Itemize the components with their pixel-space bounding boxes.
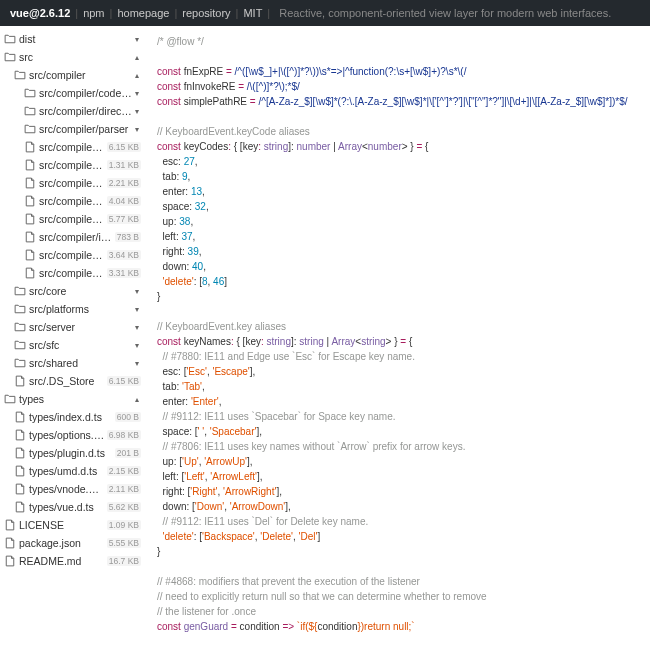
token-pun: { xyxy=(406,336,412,347)
folder-src-shared[interactable]: src/shared▾ xyxy=(0,354,145,372)
file-package-json[interactable]: package.json5.55 KB xyxy=(0,534,145,552)
token-kw: = xyxy=(226,66,235,77)
file-src-compiler-to-fun-[interactable]: src/compiler/to-fun...3.31 KB xyxy=(0,264,145,282)
token-pun: right: [ xyxy=(157,486,190,497)
token-pun: esc: [ xyxy=(157,366,186,377)
file-types-vue-d-ts[interactable]: types/vue.d.ts5.62 KB xyxy=(0,498,145,516)
caret-icon: ▾ xyxy=(133,341,141,350)
token-pun: right: xyxy=(157,246,188,257)
file-types-umd-d-ts[interactable]: types/umd.d.ts2.15 KB xyxy=(0,462,145,480)
tree-label: src/compiler/codefr... xyxy=(39,159,105,171)
folder-types[interactable]: types▴ xyxy=(0,390,145,408)
token-str: 'Down' xyxy=(195,501,224,512)
folder-src-server[interactable]: src/server▾ xyxy=(0,318,145,336)
token-kw: const xyxy=(157,66,181,77)
file-tree[interactable]: dist▾src▴src/compiler▴src/compiler/codeg… xyxy=(0,26,145,651)
folder-src-core[interactable]: src/core▾ xyxy=(0,282,145,300)
package-name[interactable]: vue@2.6.12 xyxy=(10,7,70,19)
caret-icon: ▴ xyxy=(133,53,141,62)
token-pun: { [ xyxy=(234,141,243,152)
file-icon xyxy=(24,249,36,261)
token-fn: Array xyxy=(338,141,362,152)
tree-label: types xyxy=(19,393,133,405)
token-pun: condition xyxy=(317,621,357,632)
token-pun: fnExpRE xyxy=(181,66,226,77)
token-fn: string xyxy=(361,336,385,347)
token-pun: space: [ xyxy=(157,426,198,437)
token-str: 'ArrowDown' xyxy=(230,501,286,512)
file-size: 1.31 KB xyxy=(107,160,141,170)
caret-icon: ▾ xyxy=(133,359,141,368)
file-src-compiler-optimi-[interactable]: src/compiler/optimi...3.64 KB xyxy=(0,246,145,264)
file-README-md[interactable]: README.md16.7 KB xyxy=(0,552,145,570)
tree-label: src/compiler/index.js xyxy=(39,231,113,243)
topbar-link-npm[interactable]: npm xyxy=(83,7,104,19)
file-src-compiler-DS_S-[interactable]: src/compiler/.DS_S...6.15 KB xyxy=(0,138,145,156)
file-icon xyxy=(24,159,36,171)
token-str: 'Spacebar' xyxy=(210,426,257,437)
token-num: 39 xyxy=(188,246,199,257)
caret-icon: ▾ xyxy=(133,125,141,134)
token-pun: ], xyxy=(285,501,291,512)
token-num: 46 xyxy=(213,276,224,287)
token-pun: ], xyxy=(250,366,256,377)
token-com: // KeyboardEvent.key aliases xyxy=(157,321,286,332)
token-pun: ] xyxy=(224,276,227,287)
caret-icon: ▾ xyxy=(133,287,141,296)
token-reg: /^[A-Za-z_$][\w$]*(?:\.[A-Za-z_$][\w$]*|… xyxy=(258,96,627,107)
token-fn: genGuard xyxy=(184,621,228,632)
token-fn: string xyxy=(267,336,291,347)
file-types-vnode-d-ts[interactable]: types/vnode.d.ts2.11 KB xyxy=(0,480,145,498)
token-com: /* @flow */ xyxy=(157,36,204,47)
tree-label: types/index.d.ts xyxy=(29,411,113,423)
caret-icon: ▾ xyxy=(133,35,141,44)
token-pun: , xyxy=(188,171,191,182)
file-src-DS_Store[interactable]: src/.DS_Store6.15 KB xyxy=(0,372,145,390)
topbar-link-MIT[interactable]: MIT xyxy=(243,7,262,19)
file-types-options-d-ts[interactable]: types/options.d.ts6.98 KB xyxy=(0,426,145,444)
caret-icon: ▴ xyxy=(133,395,141,404)
file-size: 6.15 KB xyxy=(107,142,141,152)
folder-src-platforms[interactable]: src/platforms▾ xyxy=(0,300,145,318)
file-src-compiler-index-js[interactable]: src/compiler/index.js783 B xyxy=(0,228,145,246)
folder-src-sfc[interactable]: src/sfc▾ xyxy=(0,336,145,354)
topbar-link-homepage[interactable]: homepage xyxy=(117,7,169,19)
folder-icon xyxy=(24,123,36,135)
tree-label: package.json xyxy=(19,537,105,549)
file-src-compiler-helper-[interactable]: src/compiler/helper...5.77 KB xyxy=(0,210,145,228)
file-icon xyxy=(24,213,36,225)
folder-src-compiler-parser[interactable]: src/compiler/parser▾ xyxy=(0,120,145,138)
file-types-plugin-d-ts[interactable]: types/plugin.d.ts201 B xyxy=(0,444,145,462)
tree-label: src/compiler/error-... xyxy=(39,195,105,207)
token-num: 40 xyxy=(192,261,203,272)
token-pun: { [key xyxy=(236,336,260,347)
file-src-compiler-error-[interactable]: src/compiler/error-...4.04 KB xyxy=(0,192,145,210)
file-LICENSE[interactable]: LICENSE1.09 KB xyxy=(0,516,145,534)
token-pun: enter: xyxy=(157,186,191,197)
file-types-index-d-ts[interactable]: types/index.d.ts600 B xyxy=(0,408,145,426)
folder-dist[interactable]: dist▾ xyxy=(0,30,145,48)
token-num: 13 xyxy=(191,186,202,197)
token-reg: /\([^)]*?\);*$/ xyxy=(247,81,300,92)
file-src-compiler-create-[interactable]: src/compiler/create-...2.21 KB xyxy=(0,174,145,192)
token-pun: left: [ xyxy=(157,471,184,482)
token-pun: condition xyxy=(237,621,283,632)
token-str: 'Up' xyxy=(182,456,199,467)
folder-icon xyxy=(14,339,26,351)
code-viewer[interactable]: /* @flow */ const fnExpRE = /^([\w$_]+|\… xyxy=(145,26,650,651)
token-pun: } xyxy=(157,546,160,557)
file-src-compiler-codefr-[interactable]: src/compiler/codefr...1.31 KB xyxy=(0,156,145,174)
folder-src[interactable]: src▴ xyxy=(0,48,145,66)
folder-src-compiler-codegen[interactable]: src/compiler/codegen▾ xyxy=(0,84,145,102)
tree-label: README.md xyxy=(19,555,105,567)
folder-src-compiler-directives[interactable]: src/compiler/directives▾ xyxy=(0,102,145,120)
token-com: // #4868: modifiers that prevent the exe… xyxy=(157,576,420,587)
file-size: 783 B xyxy=(115,232,141,242)
token-num: 32 xyxy=(195,201,206,212)
token-pun: ], xyxy=(257,471,263,482)
folder-src-compiler[interactable]: src/compiler▴ xyxy=(0,66,145,84)
topbar-link-repository[interactable]: repository xyxy=(182,7,230,19)
file-size: 5.77 KB xyxy=(107,214,141,224)
file-icon xyxy=(14,465,26,477)
folder-icon xyxy=(14,357,26,369)
